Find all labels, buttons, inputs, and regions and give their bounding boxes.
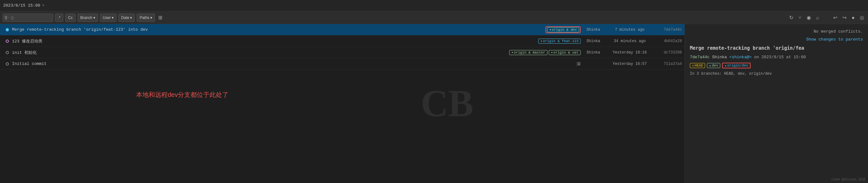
search-prefix: Q-: [5, 16, 9, 20]
graph-col-1: [3, 28, 12, 31]
top-bar: 2023/8/15 15:00 ×: [0, 0, 868, 11]
graph-col-4: [3, 62, 12, 65]
tags-col-1: ⬥ origin & dev: [479, 26, 581, 33]
fetch-button[interactable]: ⑂: [797, 14, 803, 21]
origin-dev-icon: ⬥: [725, 64, 726, 67]
case-button[interactable]: Cc: [65, 13, 75, 22]
time-4: Yesterday 16:57: [606, 62, 653, 66]
hash-1: 7de7a44c: [653, 28, 682, 32]
tag-head: ◇ HEAD: [690, 63, 705, 68]
tag-local-3a: ⬥ origin & master: [509, 50, 548, 55]
date-label: Date: [121, 16, 129, 20]
no-conflicts-text: No merged conflicts.: [690, 29, 863, 34]
regex-button[interactable]: .*: [55, 13, 63, 22]
user-label: User: [103, 16, 111, 20]
commit-dot-4: [6, 62, 9, 65]
tag-origin-dev-1: ⬥ origin & dev: [547, 27, 579, 32]
branch-chevron-icon: ▾: [93, 16, 95, 20]
show-changes-link[interactable]: Show changes to parents: [690, 37, 863, 42]
author-2: Shinka: [581, 39, 606, 43]
tag-local-3b: ⬥ origin & uat: [549, 50, 581, 55]
commit-meta: 7de7a44c Shinka <shinka@> on 2023/8/15 a…: [690, 55, 863, 60]
branch-tags: ◇ HEAD ⬥ dev ⬥ origin/dev: [690, 63, 863, 68]
hash-3: dc733298: [653, 50, 682, 55]
commit-row[interactable]: Initial commit 深 Yesterday 16:57 711a37a…: [0, 58, 684, 70]
tags-col-4: 深: [479, 61, 581, 67]
date-chevron-icon: ▾: [130, 16, 132, 20]
tag-dev: ⬥ dev: [707, 63, 720, 68]
refresh-button[interactable]: ↻: [788, 14, 795, 21]
main-area: CB Merge remote-tracking branch 'origin/…: [0, 24, 868, 183]
commit-detail-title: Merge remote-tracking branch 'origin/fea: [690, 45, 863, 52]
commit-row[interactable]: init 初始化 ⬥ origin & master ⬥ origin & ua…: [0, 47, 684, 58]
hash-2: 4b642a28: [653, 39, 682, 43]
search-input[interactable]: [10, 16, 36, 20]
commit-list: Merge remote-tracking branch 'origin/fea…: [0, 24, 684, 70]
right-panel: No merged conflicts. Show changes to par…: [684, 24, 868, 183]
date-dropdown[interactable]: Date ▾: [118, 13, 135, 22]
detail-hash: 7de7a44c: [690, 55, 710, 60]
commit-message-3: init 初始化: [12, 50, 479, 55]
commit-panel: CB Merge remote-tracking branch 'origin/…: [0, 24, 684, 183]
commit-row[interactable]: Merge remote-tracking branch 'origin/fea…: [0, 24, 684, 35]
author-1: Shinka: [581, 28, 606, 32]
dot-button[interactable]: ●: [850, 14, 856, 21]
undo-button[interactable]: ↩: [832, 14, 839, 21]
user-chevron-icon: ▾: [112, 16, 114, 20]
tag-icon-3a: ⬥: [512, 51, 513, 54]
tab-close-button[interactable]: ×: [42, 3, 44, 8]
commit-dot-3: [6, 51, 9, 54]
eye2-button[interactable]: ◎: [859, 14, 865, 21]
detail-date: 2023/8/15 at 15:00: [762, 55, 806, 60]
time-1: 7 minutes ago: [606, 28, 653, 32]
time-3: Yesterday 18:16: [606, 50, 653, 55]
head-icon: ◇: [692, 64, 694, 67]
commit-dot-2: [6, 39, 9, 43]
eye-button[interactable]: ◉: [805, 14, 812, 21]
author-3: Shinka: [581, 50, 606, 55]
tag-icon: ⬥: [549, 28, 551, 31]
hash-4: 711a37a4: [653, 62, 682, 66]
commit-row[interactable]: 123 修改启动类 ⬥ origin & feat-123 Shinka 34 …: [0, 35, 684, 47]
commit-message-4: Initial commit: [12, 61, 479, 66]
search-box[interactable]: Q-: [3, 13, 53, 22]
tag-icon-2: ⬥: [540, 39, 542, 43]
tag-text-4: 深: [577, 61, 581, 67]
annotation-text: 本地和远程dev分支都位于此处了: [136, 91, 228, 99]
in-branches: In 3 branches: HEAD, dev, origin/dev: [690, 71, 863, 76]
paths-chevron-icon: ▾: [150, 16, 152, 20]
commit-message-2: 123 修改启动类: [12, 38, 479, 44]
dev-icon: ⬥: [709, 64, 711, 67]
tag-origin-dev: ⬥ origin/dev: [722, 63, 751, 68]
time-2: 34 minutes ago: [606, 39, 653, 43]
new-tab-button[interactable]: ⊞: [157, 14, 164, 21]
toolbar-right: ↻ ⑂ ◉ ⌕ ↩ ↪ ● ◎: [788, 14, 865, 21]
toolbar: Q- .* Cc Branch ▾ User ▾ Date ▾ Paths ▾ …: [0, 11, 868, 24]
graph-col-3: [3, 51, 12, 54]
tab-date-label: 2023/8/15 15:00: [3, 3, 40, 8]
tab-title: 2023/8/15 15:00 ×: [3, 3, 44, 8]
tags-col-2: ⬥ origin & feat-123: [479, 39, 581, 44]
paths-dropdown[interactable]: Paths ▾: [137, 13, 155, 22]
paths-label: Paths: [140, 16, 149, 20]
commit-message-1: Merge remote-tracking branch 'origin/fea…: [12, 27, 479, 32]
tag-remote-2: ⬥ origin & feat-123: [538, 39, 581, 44]
watermark: CSDN @Shinka-深深: [831, 177, 865, 182]
user-dropdown[interactable]: User ▾: [100, 13, 117, 22]
detail-author: Shinka: [712, 55, 727, 60]
redo-button[interactable]: ↪: [841, 14, 848, 21]
search-toolbar-button[interactable]: ⌕: [815, 14, 820, 21]
graph-col-2: [3, 39, 12, 43]
commit-dot-1: [6, 28, 9, 31]
tag-icon-3b: ⬥: [551, 51, 553, 54]
branch-label: Branch: [81, 16, 92, 20]
tags-col-3: ⬥ origin & master ⬥ origin & uat: [479, 50, 581, 55]
detail-email: <shinka@>: [730, 55, 751, 60]
branch-dropdown[interactable]: Branch ▾: [78, 13, 98, 22]
detail-on: on: [754, 55, 759, 60]
